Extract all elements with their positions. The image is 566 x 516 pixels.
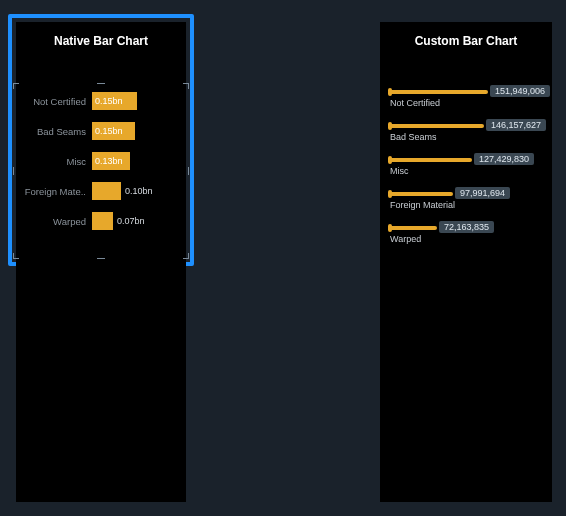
resize-handle-icon[interactable] <box>97 83 105 87</box>
resize-handle-icon[interactable] <box>13 167 17 175</box>
native-chart-area: Not Certified0.15bnBad Seams0.15bnMisc0.… <box>16 86 186 256</box>
native-bar-chart-panel[interactable]: Native Bar Chart Not Certified0.15bnBad … <box>16 22 186 502</box>
value-label: 146,157,627 <box>486 119 546 131</box>
chart-row: 146,157,627Bad Seams <box>390 120 542 154</box>
bar <box>390 192 453 196</box>
bar <box>390 226 437 230</box>
value-label: 0.15bn <box>95 122 123 140</box>
category-label: Not Certified <box>16 96 92 107</box>
chart-row: Foreign Mate..0.10bn <box>16 176 186 206</box>
resize-handle-icon[interactable] <box>13 83 19 89</box>
chart-row: Warped0.07bn <box>16 206 186 236</box>
category-label: Misc <box>16 156 92 167</box>
canvas: Native Bar Chart Not Certified0.15bnBad … <box>0 0 566 516</box>
bar <box>390 90 488 94</box>
bar-track: 0.10bn <box>92 182 186 200</box>
custom-bar-chart-panel[interactable]: Custom Bar Chart 151,949,006Not Certifie… <box>380 22 552 502</box>
bar-track: 0.13bn <box>92 152 186 170</box>
bar <box>390 158 472 162</box>
chart-row: Not Certified0.15bn <box>16 86 186 116</box>
chart-row: 127,429,830Misc <box>390 154 542 188</box>
chart-row: 72,163,835Warped <box>390 222 542 256</box>
bar-track: 0.15bn <box>92 122 186 140</box>
custom-title: Custom Bar Chart <box>380 22 552 62</box>
native-title: Native Bar Chart <box>16 22 186 62</box>
value-label: 0.13bn <box>95 152 123 170</box>
value-label: 97,991,694 <box>455 187 510 199</box>
resize-handle-icon[interactable] <box>183 253 189 259</box>
bar <box>390 124 484 128</box>
resize-handle-icon[interactable] <box>183 83 189 89</box>
category-label: Foreign Material <box>390 200 455 210</box>
category-label: Warped <box>390 234 421 244</box>
category-label: Bad Seams <box>390 132 437 142</box>
value-label: 0.07bn <box>117 212 145 230</box>
bar <box>92 182 121 200</box>
value-label: 151,949,006 <box>490 85 550 97</box>
resize-handle-icon[interactable] <box>13 253 19 259</box>
chart-row: 97,991,694Foreign Material <box>390 188 542 222</box>
chart-row: 151,949,006Not Certified <box>390 86 542 120</box>
value-label: 0.10bn <box>125 182 153 200</box>
custom-chart-area: 151,949,006Not Certified146,157,627Bad S… <box>380 62 552 256</box>
category-label: Warped <box>16 216 92 227</box>
category-label: Misc <box>390 166 409 176</box>
value-label: 127,429,830 <box>474 153 534 165</box>
chart-row: Bad Seams0.15bn <box>16 116 186 146</box>
category-label: Not Certified <box>390 98 440 108</box>
value-label: 0.15bn <box>95 92 123 110</box>
chart-row: Misc0.13bn <box>16 146 186 176</box>
bar <box>92 212 113 230</box>
value-label: 72,163,835 <box>439 221 494 233</box>
resize-handle-icon[interactable] <box>97 255 105 259</box>
bar-track: 0.07bn <box>92 212 186 230</box>
category-label: Foreign Mate.. <box>16 186 92 197</box>
bar-track: 0.15bn <box>92 92 186 110</box>
category-label: Bad Seams <box>16 126 92 137</box>
